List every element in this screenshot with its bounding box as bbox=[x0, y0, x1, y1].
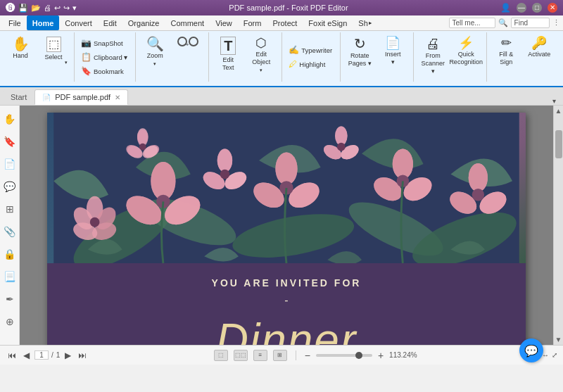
ribbon-rotate-pages-button[interactable]: ↻ RotatePages ▾ bbox=[343, 34, 376, 75]
sidebar-signature-icon[interactable]: ✒ bbox=[4, 291, 16, 307]
ribbon-select-button[interactable]: ⬚ Select ▾ bbox=[37, 34, 70, 75]
ribbon-bookmark-button[interactable]: 🔖 Bookmark bbox=[77, 65, 127, 77]
fill-sign-icon: ✏ bbox=[501, 37, 512, 49]
menu-view[interactable]: View bbox=[210, 15, 238, 30]
tell-me-input[interactable]: Tell me... bbox=[449, 18, 495, 28]
flower-image bbox=[47, 113, 526, 263]
menu-comment[interactable]: Comment bbox=[165, 15, 210, 30]
chat-icon: 💬 bbox=[524, 344, 538, 346]
tab-bar: Start 📄 PDF sample.pdf ✕ ▾ bbox=[0, 87, 563, 106]
pdf-viewer[interactable]: YOU ARE INVITED FOR - Dinner 💬 bbox=[20, 106, 553, 345]
zoom-expand-icon[interactable]: ▾ bbox=[153, 61, 156, 67]
status-center: ⬚ ⬚⬚ ≡ ⊞ − + 113.24% bbox=[94, 350, 536, 361]
quick-access-undo[interactable]: ↩ bbox=[54, 4, 61, 13]
menu-convert[interactable]: Convert bbox=[59, 15, 98, 30]
close-button[interactable]: ✕ bbox=[548, 3, 557, 13]
first-page-button[interactable]: ⏮ bbox=[6, 350, 18, 361]
menu-form[interactable]: Form bbox=[238, 15, 267, 30]
menu-file[interactable]: File bbox=[3, 15, 27, 30]
ribbon-fill-sign-button[interactable]: ✏ Fill &Sign bbox=[490, 34, 522, 75]
ribbon-highlight-button[interactable]: 🖊 Highlight bbox=[285, 58, 329, 70]
menu-share[interactable]: Sh► bbox=[353, 15, 378, 30]
activate-icon: 🔑 bbox=[531, 37, 547, 49]
ribbon-quick-recognition-button[interactable]: ⚡ QuickRecognition bbox=[450, 34, 482, 75]
minimize-button[interactable]: — bbox=[517, 3, 526, 13]
pdf-text-area: YOU ARE INVITED FOR - Dinner bbox=[47, 263, 526, 345]
sidebar-comment-icon[interactable]: 💬 bbox=[1, 179, 18, 194]
highlight-icon: 🖊 bbox=[289, 59, 297, 69]
ribbon-edit-object-button[interactable]: ⬡ EditObject ▾ bbox=[245, 34, 277, 76]
ribbon-typewriter-button[interactable]: ✍ Typewriter bbox=[285, 44, 336, 56]
view-btn-double[interactable]: ⬚⬚ bbox=[234, 350, 248, 361]
menu-foxit-esign[interactable]: Foxit eSign bbox=[303, 15, 353, 30]
view-btn-grid[interactable]: ⊞ bbox=[273, 350, 287, 361]
zoom-label: Zoom bbox=[147, 52, 163, 60]
page-input[interactable]: 1 bbox=[34, 350, 49, 360]
ribbon-zoom-button[interactable]: 🔍 Zoom ▾ bbox=[139, 34, 171, 75]
prev-page-button[interactable]: ◀ bbox=[21, 350, 32, 361]
svg-point-52 bbox=[472, 189, 485, 201]
sidebar-layers-icon[interactable]: ⊞ bbox=[4, 201, 16, 217]
fill-sign-label: Fill &Sign bbox=[499, 51, 513, 66]
quick-access-more[interactable]: ▾ bbox=[72, 4, 77, 13]
ribbon-snapshot-button[interactable]: 📷 SnapShot bbox=[77, 37, 127, 49]
view-btn-single[interactable]: ⬚ bbox=[214, 350, 228, 361]
ribbon-from-scanner-button[interactable]: 🖨 FromScanner ▾ bbox=[417, 34, 449, 77]
last-page-button[interactable]: ⏭ bbox=[76, 350, 89, 361]
search-input-menu[interactable]: Find bbox=[511, 18, 550, 28]
sidebar-bookmark-icon[interactable]: 🔖 bbox=[1, 134, 18, 149]
next-page-button[interactable]: ▶ bbox=[63, 350, 73, 361]
select-dropdown[interactable]: ▾ bbox=[65, 60, 68, 65]
scrollbar-up-arrow[interactable]: ▲ bbox=[554, 106, 563, 116]
quick-access-redo[interactable]: ↪ bbox=[63, 4, 70, 13]
sidebar-copy-icon[interactable]: ⊕ bbox=[4, 314, 16, 329]
scrollbar-thumb[interactable] bbox=[555, 130, 562, 158]
quick-access-print[interactable]: 🖨 bbox=[44, 4, 51, 12]
ribbon-buy-now-button[interactable]: 🛒 BuyNow bbox=[556, 34, 563, 75]
zoom-level: 113.24% bbox=[389, 351, 417, 359]
ribbon-hand-button[interactable]: ✋ Hand bbox=[4, 34, 37, 75]
ribbon-group-comment: ✍ Typewriter 🖊 Highlight bbox=[284, 32, 341, 82]
menu-edit[interactable]: Edit bbox=[98, 15, 122, 30]
scrollbar-down-arrow[interactable]: ▼ bbox=[554, 334, 563, 345]
ribbon-group-clipboard: 📷 SnapShot 📋 Clipboard ▾ 🔖 Bookmark bbox=[76, 32, 136, 82]
vertical-scrollbar[interactable]: ▲ ▼ bbox=[553, 106, 563, 345]
tab-dropdown-button[interactable]: ▾ bbox=[548, 97, 560, 105]
ribbon-clipboard-button[interactable]: 📋 Clipboard ▾ bbox=[77, 51, 131, 63]
sidebar-page-icon[interactable]: 📄 bbox=[1, 156, 18, 172]
menu-organize[interactable]: Organize bbox=[122, 15, 165, 30]
ribbon-zoom-more-button[interactable]: + bbox=[172, 34, 204, 75]
quick-recognition-icon: ⚡ bbox=[458, 37, 474, 49]
sidebar-lock-icon[interactable]: 🔒 bbox=[1, 246, 18, 262]
from-scanner-label: FromScanner ▾ bbox=[419, 52, 447, 75]
zoom-in-button[interactable]: + bbox=[378, 350, 384, 361]
more-menu[interactable]: ⋮ bbox=[552, 18, 560, 27]
sidebar-attachment-icon[interactable]: 📎 bbox=[1, 224, 18, 239]
view-btn-scroll[interactable]: ≡ bbox=[253, 350, 267, 361]
page-separator: / bbox=[51, 351, 53, 359]
menu-home[interactable]: Home bbox=[27, 15, 60, 30]
zoom-out-button[interactable]: − bbox=[305, 350, 310, 361]
quick-access-open[interactable]: 📂 bbox=[31, 4, 41, 13]
tab-start[interactable]: Start bbox=[3, 89, 34, 105]
maximize-button[interactable]: □ bbox=[532, 3, 542, 13]
ribbon-activate-button[interactable]: 🔑 Activate bbox=[523, 34, 555, 75]
invited-text: YOU ARE INVITED FOR bbox=[75, 277, 498, 289]
fullscreen-button[interactable]: ⤢ bbox=[552, 351, 557, 359]
hand-label: Hand bbox=[13, 52, 28, 60]
zoom-slider[interactable] bbox=[316, 354, 372, 357]
dinner-text: Dinner bbox=[75, 314, 498, 345]
sidebar-hand-icon[interactable]: ✋ bbox=[1, 111, 18, 127]
tab-pdf-sample[interactable]: 📄 PDF sample.pdf ✕ bbox=[34, 89, 128, 105]
edit-object-dropdown[interactable]: ▾ bbox=[260, 68, 262, 73]
menu-protect[interactable]: Protect bbox=[267, 15, 303, 30]
tab-close-button[interactable]: ✕ bbox=[115, 94, 120, 101]
ribbon-edit-text-button[interactable]: T EditText bbox=[212, 34, 244, 75]
svg-point-36 bbox=[90, 217, 100, 227]
insert-label: Insert▾ bbox=[385, 51, 401, 66]
ribbon-insert-button[interactable]: 📄 Insert▾ bbox=[377, 34, 409, 75]
zoom-thumb[interactable] bbox=[355, 352, 362, 359]
user-icon[interactable]: 👤 bbox=[500, 3, 511, 13]
sidebar-doc-icon[interactable]: 📃 bbox=[1, 269, 18, 284]
quick-access-save[interactable]: 💾 bbox=[18, 4, 28, 13]
